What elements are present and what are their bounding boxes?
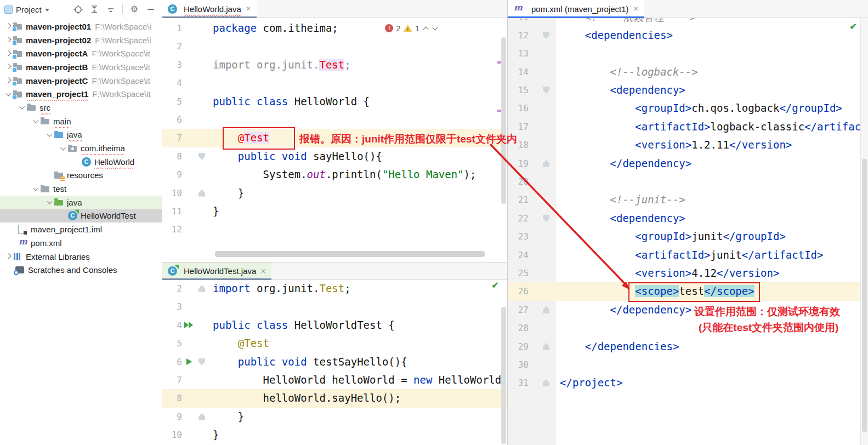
fold-marker-icon[interactable] — [543, 306, 549, 313]
code-line-3[interactable]: 3 — [162, 298, 507, 316]
code-line-31[interactable]: 31</project> — [508, 374, 868, 392]
fold-marker-icon[interactable] — [198, 413, 205, 420]
code-line-12[interactable]: 12 — [162, 220, 507, 238]
tree-item-helloworldtest[interactable]: HelloWorldTest — [0, 209, 162, 223]
tree-item-main[interactable]: main — [0, 115, 162, 128]
code-line-20[interactable]: 20 — [508, 173, 868, 191]
tree-item-src[interactable]: src — [0, 101, 162, 115]
fold-marker-icon[interactable] — [198, 285, 205, 292]
previous-problem-icon[interactable] — [422, 25, 429, 32]
tab-helloworld-java[interactable]: HelloWorld.java — [162, 0, 257, 18]
code-line-23[interactable]: 23 <groupId>junit</groupId> — [508, 227, 868, 246]
chevron-down-icon[interactable] — [46, 130, 54, 139]
next-problem-icon[interactable] — [432, 25, 438, 32]
code-line-21[interactable]: 21 <!--junit--> — [508, 191, 868, 209]
collapse-all-icon[interactable] — [106, 4, 116, 14]
close-icon[interactable] — [246, 5, 251, 12]
code-line-13[interactable]: 13 — [508, 44, 868, 62]
code-line-12[interactable]: 12 <dependencies> — [508, 26, 868, 44]
tree-item-maven-project01[interactable]: maven-project01F:\WorkSpace\i — [0, 20, 162, 33]
code-line-15[interactable]: 15 <dependency> — [508, 81, 868, 99]
tree-item-resources[interactable]: resources — [0, 169, 162, 182]
fold-marker-icon[interactable] — [543, 87, 549, 94]
select-opened-file-icon[interactable] — [73, 4, 83, 14]
code-line-4[interactable]: 4 — [162, 74, 507, 92]
vertical-scrollbar[interactable] — [501, 307, 506, 444]
fold-marker-icon[interactable] — [543, 215, 549, 222]
code-line-28[interactable]: 28 — [508, 319, 868, 337]
vertical-scrollbar[interactable] — [501, 37, 506, 204]
run-icon[interactable] — [186, 358, 192, 365]
code-line-2[interactable]: 2import org.junit.Test; — [162, 279, 507, 298]
code-line-29[interactable]: 29 </dependencies> — [508, 338, 868, 356]
code-line-1[interactable]: 1package com.itheima; — [162, 19, 507, 37]
vertical-scrollbar[interactable] — [862, 159, 867, 432]
project-panel-title[interactable]: Project — [16, 5, 42, 14]
code-line-7[interactable]: 7 HelloWorld helloWorld = new HelloWorld… — [162, 371, 507, 389]
code-line-22[interactable]: 22 <dependency> — [508, 209, 868, 227]
close-icon[interactable] — [260, 268, 266, 275]
code-line-8[interactable]: 8 public void sayHello(){ — [162, 147, 507, 166]
tree-item-maven-projectc[interactable]: maven-projectCF:\WorkSpace\it — [0, 74, 162, 88]
code-line-30[interactable]: 30 — [508, 356, 868, 374]
code-line-5[interactable]: 5 @Test — [162, 334, 507, 352]
tree-item-maven-project1[interactable]: maven_project1F:\WorkSpace\it — [0, 87, 162, 101]
fold-marker-icon[interactable] — [543, 160, 549, 167]
tree-item-com-itheima[interactable]: com.itheima — [0, 141, 162, 155]
code-line-14[interactable]: 14 <!--logback--> — [508, 63, 868, 81]
hide-panel-icon[interactable] — [146, 4, 156, 14]
run-class-icon[interactable] — [184, 322, 194, 329]
tree-item-maven-projecta[interactable]: maven-projectAF:\WorkSpace\it — [0, 47, 162, 60]
code-line-6[interactable]: 6 public void testSayHello(){ — [162, 353, 507, 371]
tree-item-maven-project1-iml[interactable]: maven_project1.iml — [0, 222, 162, 236]
code-line-19[interactable]: 19 </dependency> — [508, 155, 868, 173]
code-line-27[interactable]: 27 </dependency> — [508, 301, 868, 319]
code-line-10[interactable]: 10} — [162, 426, 507, 444]
code-line-9[interactable]: 9 } — [162, 408, 507, 426]
tree-item-scratches-and-consoles[interactable]: Scratches and Consoles — [0, 263, 162, 277]
tree-item-maven-project02[interactable]: maven-project02F:\WorkSpace\i — [0, 33, 162, 47]
close-icon[interactable] — [633, 5, 639, 12]
fold-marker-icon[interactable] — [543, 32, 549, 39]
code-line-25[interactable]: 25 <version>4.12</version> — [508, 264, 868, 282]
chevron-down-icon[interactable] — [46, 198, 54, 207]
code-line-26[interactable]: 26 <scope>test</scope> — [508, 282, 868, 300]
code-line-11[interactable]: 11} — [162, 202, 507, 220]
tree-item-pom-xml[interactable]: pom.xml — [0, 236, 162, 250]
chevron-down-icon[interactable] — [32, 185, 41, 193]
tab-helloworldtest-java[interactable]: HelloWorldTest.java — [162, 263, 271, 279]
chevron-down-icon[interactable] — [59, 144, 68, 153]
fold-marker-icon[interactable] — [198, 153, 205, 160]
code-line-16[interactable]: 16 <groupId>ch.qos.logback</groupId> — [508, 99, 868, 117]
code-line-9[interactable]: 9 System.out.println("Hello Maven"); — [162, 166, 507, 184]
horizontal-scrollbar[interactable] — [215, 251, 485, 257]
code-line-5[interactable]: 5public class HelloWorld { — [162, 93, 507, 111]
code-line-17[interactable]: 17 <artifactId>logback-classic</artifact… — [508, 118, 868, 136]
code-line-7[interactable]: 7 @Test — [162, 129, 507, 147]
tree-item-test[interactable]: test — [0, 182, 162, 196]
tree-item-java[interactable]: java — [0, 128, 162, 142]
fold-marker-icon[interactable] — [198, 358, 205, 366]
code-line-18[interactable]: 18 <version>1.2.11</version> — [508, 136, 868, 154]
code-line-3[interactable]: 3import org.junit.Test; — [162, 56, 507, 74]
code-line-6[interactable]: 6 — [162, 111, 507, 129]
fold-marker-icon[interactable] — [198, 190, 205, 197]
tree-item-helloworld[interactable]: HelloWorld — [0, 155, 162, 169]
code-line-10[interactable]: 10 } — [162, 184, 507, 202]
code-line-4[interactable]: 4public class HelloWorldTest { — [162, 316, 507, 334]
expand-all-icon[interactable] — [89, 4, 99, 14]
fold-marker-icon[interactable] — [543, 343, 549, 350]
tree-item-java[interactable]: java — [0, 196, 162, 209]
chevron-right-icon[interactable] — [4, 252, 13, 261]
tab-pom-xml[interactable]: pom.xml (maven_project1) — [508, 0, 644, 18]
tree-item-maven-projectb[interactable]: maven-projectBF:\WorkSpace\it — [0, 60, 162, 74]
code-line-2[interactable]: 2 — [162, 37, 507, 55]
code-line-8[interactable]: 8 helloWorld.sayHello(); — [162, 389, 507, 407]
chevron-down-icon[interactable] — [45, 9, 49, 12]
tree-item-external-libraries[interactable]: External Libraries — [0, 250, 162, 264]
code-line-24[interactable]: 24 <artifactId>junit</artifactId> — [508, 246, 868, 264]
gear-icon[interactable]: ⚙ — [129, 4, 139, 14]
chevron-down-icon[interactable] — [18, 103, 27, 112]
chevron-down-icon[interactable] — [32, 117, 41, 125]
fold-marker-icon[interactable] — [543, 379, 549, 386]
